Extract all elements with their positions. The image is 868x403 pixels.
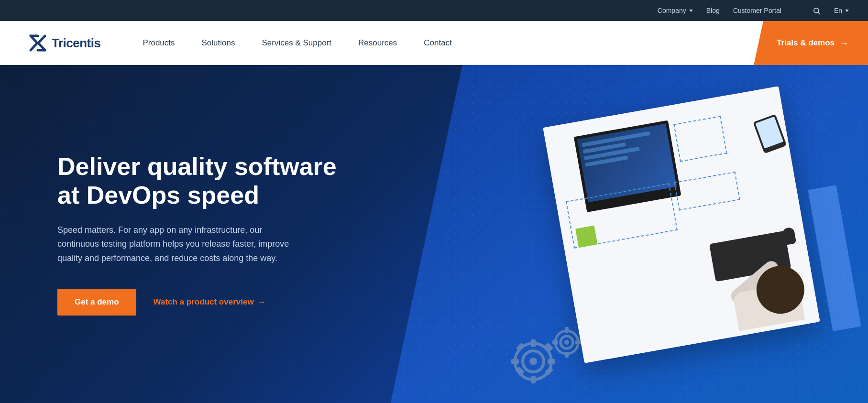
svg-rect-20: [575, 340, 581, 344]
svg-point-5: [529, 358, 537, 365]
svg-rect-6: [531, 339, 536, 347]
get-demo-button[interactable]: Get a demo: [57, 289, 136, 316]
main-nav: Tricentis Products Solutions Services & …: [0, 21, 868, 65]
hero-content: Deliver quality software at DevOps speed…: [57, 152, 354, 316]
hero-section: Deliver quality software at DevOps speed…: [0, 65, 868, 403]
company-menu[interactable]: Company: [658, 7, 693, 14]
logo-text: Tricentis: [52, 36, 100, 51]
trials-demos-button[interactable]: Trials & demos →: [754, 21, 868, 65]
gear-illustration: [505, 318, 591, 385]
svg-rect-18: [565, 352, 569, 358]
svg-rect-17: [565, 327, 569, 333]
hero-subtitle: Speed matters. For any app on any infras…: [57, 223, 306, 266]
svg-rect-19: [552, 340, 558, 344]
logo-icon: [29, 34, 47, 52]
customer-portal-link[interactable]: Customer Portal: [733, 7, 781, 14]
svg-point-0: [814, 8, 819, 12]
tablet-screen: [755, 116, 783, 148]
nav-products[interactable]: Products: [129, 21, 188, 65]
top-bar-divider: [797, 6, 797, 15]
hero-buttons: Get a demo Watch a product overview →: [57, 289, 354, 316]
mouse-illustration: [782, 227, 797, 245]
svg-rect-7: [531, 376, 536, 383]
tablet-illustration: [753, 114, 787, 153]
hero-visual: [514, 91, 839, 378]
top-bar: Company Blog Customer Portal En: [0, 0, 868, 21]
trials-arrow-icon: →: [839, 38, 849, 49]
nav-contact[interactable]: Contact: [410, 21, 465, 65]
hero-title: Deliver quality software at DevOps speed: [57, 152, 354, 210]
svg-point-16: [564, 340, 569, 345]
company-label: Company: [658, 7, 686, 14]
dashed-box-1: [673, 116, 727, 162]
search-icon: [813, 7, 821, 15]
search-button[interactable]: [813, 7, 821, 15]
sticky-note-illustration: [575, 225, 597, 247]
nav-solutions[interactable]: Solutions: [188, 21, 249, 65]
nav-resources[interactable]: Resources: [345, 21, 410, 65]
svg-rect-9: [548, 359, 555, 364]
overview-arrow-icon: →: [258, 297, 266, 307]
blog-link[interactable]: Blog: [706, 7, 720, 14]
watch-overview-button[interactable]: Watch a product overview →: [154, 297, 266, 307]
gear-icons: [505, 318, 591, 387]
nav-services-support[interactable]: Services & Support: [248, 21, 345, 65]
nav-links: Products Solutions Services & Support Re…: [129, 21, 754, 65]
logo[interactable]: Tricentis: [29, 34, 100, 52]
company-chevron-icon: [689, 10, 693, 12]
language-selector[interactable]: En: [834, 7, 849, 14]
svg-rect-8: [511, 359, 519, 364]
dashed-box-3: [674, 171, 740, 210]
language-chevron-icon: [845, 10, 849, 12]
svg-line-1: [818, 12, 820, 14]
